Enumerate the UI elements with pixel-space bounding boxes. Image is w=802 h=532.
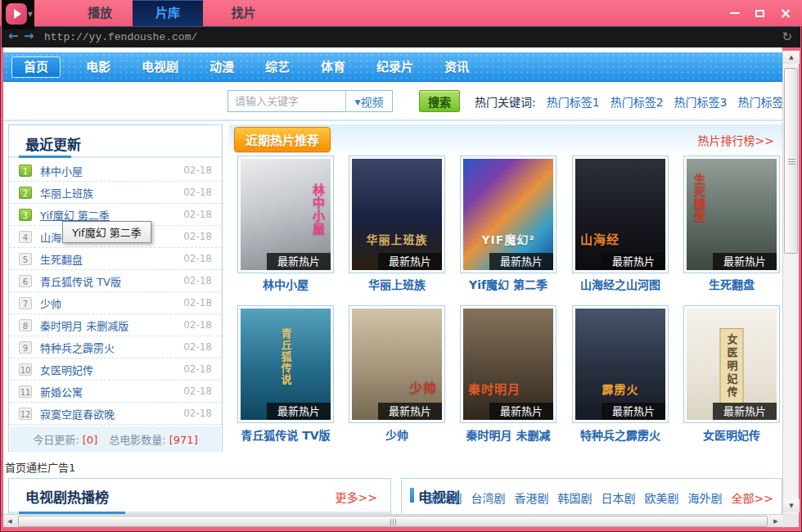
scroll-left-icon[interactable]: ◀ <box>3 515 16 528</box>
search-button[interactable]: 搜索 <box>419 90 460 112</box>
movie-poster: 林中小屋 最新热片 <box>241 159 331 270</box>
movie-title[interactable]: 青丘狐传说 TV版 <box>230 426 341 444</box>
scroll-up-icon[interactable]: ▲ <box>783 51 800 64</box>
poster-overlay-text: 女医明妃传 <box>720 328 744 405</box>
scroll-right-icon[interactable]: ▶ <box>769 515 782 528</box>
list-item[interactable]: 9特种兵之霹雳火02-18 <box>9 336 222 358</box>
poster-overlay-text: 秦时明月 <box>468 380 520 397</box>
movie-card[interactable]: 生死翻盘 最新热片 <box>683 156 780 273</box>
minimize-button[interactable] <box>723 3 746 23</box>
movie-card[interactable]: 少帅 最新热片 <box>349 305 445 423</box>
list-item[interactable]: 10女医明妃传02-18 <box>9 358 222 381</box>
movie-card[interactable]: 山海经 最新热片 <box>572 156 669 273</box>
vertical-scroll-thumb[interactable] <box>784 68 798 254</box>
tv-series-panel: 电视剧 国产剧 台湾剧 香港剧 韩国剧 日本剧 欧美剧 海外剧 全部>> <box>401 478 782 514</box>
movie-title[interactable]: 山海经之山河图 <box>565 276 676 294</box>
list-item[interactable]: 7少帅02-18 <box>9 292 222 314</box>
hot-tag-1[interactable]: 热门标签1 <box>547 93 600 110</box>
category-link[interactable]: 欧美剧 <box>645 489 679 506</box>
nav-item-tv[interactable]: 电视剧 <box>126 53 194 81</box>
movie-card[interactable]: 青丘狐传说 最新热片 <box>237 305 334 423</box>
refresh-icon[interactable]: ↻ <box>782 29 792 44</box>
poster-overlay-text: 生死翻盘 <box>691 174 707 223</box>
recent-updates-panel: 最近更新 1林中小屋02-18 2华丽上班族02-18 3Yif魔幻 第二季02… <box>8 124 223 452</box>
category-link[interactable]: 日本剧 <box>602 489 636 506</box>
minimize-icon <box>730 12 740 14</box>
hot-tag-3[interactable]: 热门标签3 <box>674 93 728 110</box>
rank-badge: 9 <box>19 341 32 354</box>
rank-badge: 4 <box>19 231 32 243</box>
new-hot-badge: 最新热片 <box>489 403 553 420</box>
movie-title[interactable]: Yif魔幻 第二季 <box>453 276 564 294</box>
list-item[interactable]: 5生死翻盘02-18 <box>9 248 222 270</box>
nav-item-sports[interactable]: 体育 <box>305 53 361 81</box>
horizontal-scrollbar[interactable]: ◀ ▶ <box>3 514 782 527</box>
category-link[interactable]: 国产剧 <box>428 489 462 506</box>
new-hot-badge: 最新热片 <box>713 253 777 270</box>
movie-title[interactable]: 生死翻盘 <box>676 276 787 294</box>
nav-item-home[interactable]: 首页 <box>11 56 61 78</box>
movie-title[interactable]: 秦时明月 未删减 <box>453 426 564 444</box>
all-categories-link[interactable]: 全部>> <box>732 489 773 506</box>
movie-card[interactable]: 秦时明月 最新热片 <box>460 305 556 423</box>
more-link[interactable]: 更多>> <box>336 489 377 505</box>
movie-poster: 生死翻盘 最新热片 <box>687 159 777 270</box>
horizontal-scroll-thumb[interactable] <box>18 516 768 527</box>
logo-dropdown-icon[interactable]: ▼ <box>28 11 33 18</box>
tab-library[interactable]: 片库 <box>133 0 203 26</box>
list-item[interactable]: 8秦时明月 未删减版02-18 <box>9 314 222 336</box>
movie-card[interactable]: 林中小屋 最新热片 <box>237 156 334 273</box>
hot-ranking-link[interactable]: 热片排行榜>> <box>698 132 774 148</box>
poster-overlay-text: YIF魔幻² <box>463 231 553 247</box>
movie-title[interactable]: 少帅 <box>341 426 453 444</box>
site-nav: 首页 电影 电视剧 动漫 综艺 体育 纪录片 资讯 <box>3 52 782 82</box>
poster-overlay-text: 华丽上班族 <box>352 231 442 247</box>
movie-card[interactable]: 女医明妃传 最新热片 <box>683 305 780 423</box>
category-link[interactable]: 台湾剧 <box>471 489 506 506</box>
url-field[interactable]: http://yy.fendoushe.com/ <box>44 31 197 43</box>
scroll-down-icon[interactable]: ▼ <box>783 499 800 512</box>
search-input[interactable] <box>228 95 345 107</box>
movie-poster: 霹雳火 最新热片 <box>575 309 665 420</box>
movie-card[interactable]: YIF魔幻² 最新热片 <box>460 156 556 273</box>
movie-title[interactable]: 林中小屋 <box>230 276 341 294</box>
poster-overlay-text: 林中小屋 <box>309 183 327 236</box>
list-item[interactable]: 2华丽上班族02-18 <box>9 182 222 204</box>
new-hot-badge: 最新热片 <box>489 253 553 270</box>
nav-item-anime[interactable]: 动漫 <box>194 53 250 81</box>
movie-card[interactable]: 霹雳火 最新热片 <box>572 305 669 423</box>
category-link[interactable]: 海外剧 <box>688 489 723 506</box>
nav-item-documentary[interactable]: 纪录片 <box>361 53 429 81</box>
nav-item-news[interactable]: 资讯 <box>429 53 484 81</box>
rank-badge: 10 <box>19 363 32 376</box>
list-item[interactable]: 1林中小屋02-18 <box>9 160 222 182</box>
tab-play[interactable]: 播放 <box>67 0 133 26</box>
list-item[interactable]: 6青丘狐传说 TV版02-18 <box>9 270 222 292</box>
category-link[interactable]: 韩国剧 <box>558 489 592 506</box>
movie-title[interactable]: 华丽上班族 <box>341 276 453 294</box>
movie-title[interactable]: 特种兵之霹雳火 <box>565 426 676 444</box>
category-link[interactable]: 香港剧 <box>515 489 549 506</box>
movie-card[interactable]: 华丽上班族 最新热片 <box>349 156 445 273</box>
app-logo[interactable]: ▼ <box>2 0 34 29</box>
list-item[interactable]: 11新婚公寓02-18 <box>9 381 222 403</box>
play-logo-icon <box>6 3 27 25</box>
close-button[interactable]: × <box>774 3 797 23</box>
rank-badge: 2 <box>19 187 32 199</box>
maximize-button[interactable] <box>748 3 771 23</box>
forward-icon[interactable]: → <box>24 29 34 43</box>
movie-poster: 女医明妃传 最新热片 <box>687 309 777 420</box>
divider-accent <box>19 156 71 158</box>
hot-keywords-label: 热门关键词: <box>475 93 536 110</box>
hot-tag-2[interactable]: 热门标签2 <box>611 93 664 110</box>
movie-title[interactable]: 女医明妃传 <box>676 426 787 444</box>
tab-find[interactable]: 找片 <box>209 0 278 26</box>
nav-item-movies[interactable]: 电影 <box>70 53 126 81</box>
rank-badge: 6 <box>19 275 32 287</box>
list-item[interactable]: 12寂寞空庭春欲晚02-18 <box>9 403 222 425</box>
search-category-dropdown[interactable]: ▼视频 <box>346 93 392 110</box>
recent-updates-title: 最近更新 <box>25 133 81 154</box>
back-icon[interactable]: ← <box>8 29 19 43</box>
nav-item-variety[interactable]: 综艺 <box>250 53 305 81</box>
vertical-scrollbar[interactable]: ▲ ▼ <box>782 51 799 514</box>
